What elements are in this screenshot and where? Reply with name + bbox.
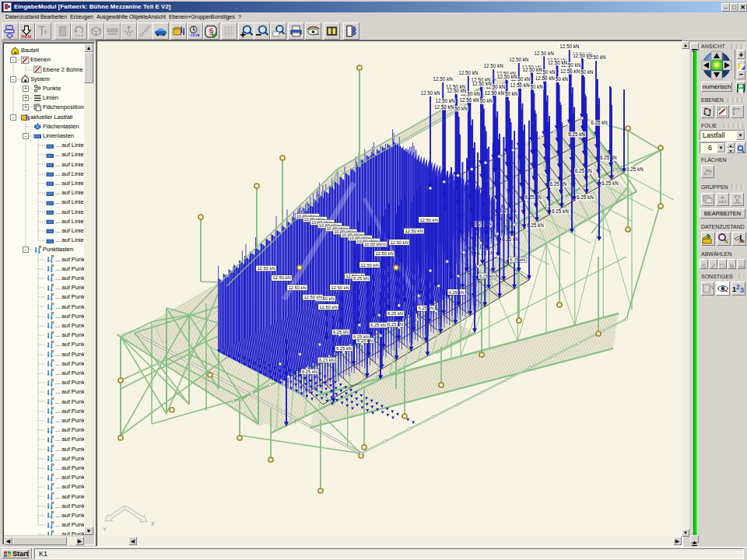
svg-text:12.50 kN: 12.50 kN	[303, 295, 321, 299]
svg-text:12.50 kN: 12.50 kN	[419, 218, 437, 222]
svg-text:12.50 kN: 12.50 kN	[319, 305, 337, 310]
svg-text:12.50 kN: 12.50 kN	[509, 57, 529, 62]
svg-text:6.25 kN: 6.25 kN	[388, 322, 403, 327]
svg-text:6.25 kN: 6.25 kN	[510, 257, 525, 262]
svg-text:10.00 kN/m: 10.00 kN/m	[364, 242, 387, 247]
svg-text:6.25 kN: 6.25 kN	[575, 168, 592, 173]
svg-text:12.50 kN: 12.50 kN	[510, 82, 530, 88]
svg-text:Y: Y	[103, 527, 107, 532]
svg-text:6.25 kN: 6.25 kN	[419, 306, 434, 310]
svg-text:12.50 kN: 12.50 kN	[535, 51, 555, 56]
svg-text:6.25 kN: 6.25 kN	[302, 369, 317, 374]
svg-text:12.50 kN: 12.50 kN	[420, 90, 440, 96]
svg-text:12.50 kN: 12.50 kN	[433, 76, 454, 82]
svg-text:6.25 kN: 6.25 kN	[550, 181, 567, 187]
svg-text:12.50 kN: 12.50 kN	[390, 240, 408, 245]
svg-text:6.25 kN: 6.25 kN	[591, 120, 608, 125]
svg-text:6.25 kN: 6.25 kN	[568, 131, 585, 137]
svg-text:neu: neu	[21, 33, 32, 39]
svg-text:12.50 kN: 12.50 kN	[272, 275, 290, 280]
svg-text:12.50 kN: 12.50 kN	[535, 75, 556, 81]
svg-text:6.25 kN: 6.25 kN	[552, 208, 569, 214]
svg-text:12.50 kN: 12.50 kN	[459, 97, 479, 103]
svg-text:12.50 kN: 12.50 kN	[485, 90, 505, 96]
svg-text:6.25 kN: 6.25 kN	[449, 290, 465, 295]
svg-text:12.50 kN: 12.50 kN	[559, 44, 580, 49]
svg-text:6.25 kN: 6.25 kN	[524, 194, 542, 200]
svg-text:6.25 kN: 6.25 kN	[626, 166, 644, 172]
svg-text:6.25 kN: 6.25 kN	[336, 346, 352, 351]
svg-text:12.50 kN: 12.50 kN	[435, 98, 455, 103]
svg-text:6.25 kN: 6.25 kN	[370, 323, 386, 327]
svg-text:12.50 kN: 12.50 kN	[405, 229, 423, 233]
svg-text:3: 3	[740, 286, 744, 294]
svg-text:12.50 kN: 12.50 kN	[522, 67, 542, 72]
svg-text:6.25 kN: 6.25 kN	[388, 311, 403, 316]
svg-text:6.25 kN: 6.25 kN	[479, 274, 495, 278]
svg-text:12.50 kN: 12.50 kN	[484, 63, 504, 68]
svg-text:12.50 kN: 12.50 kN	[560, 68, 580, 74]
svg-text:12.50 kN: 12.50 kN	[331, 285, 349, 290]
svg-text:6.25 kN: 6.25 kN	[333, 330, 349, 334]
svg-text:12.50 kN: 12.50 kN	[497, 74, 517, 79]
svg-text:6.25 kN: 6.25 kN	[600, 155, 617, 160]
svg-text:6.25 kN: 6.25 kN	[353, 276, 369, 281]
svg-text:alle: alle	[738, 264, 745, 269]
svg-text:12.50 kN: 12.50 kN	[257, 266, 275, 271]
svg-text:12.50 kN: 12.50 kN	[447, 88, 467, 93]
svg-text:12.50 kN: 12.50 kN	[573, 53, 593, 58]
svg-text:12.50 kN: 12.50 kN	[548, 60, 568, 65]
svg-text:12.50 kN: 12.50 kN	[434, 104, 454, 110]
svg-text:12.50 kN: 12.50 kN	[472, 81, 493, 86]
svg-text:12.50 kN: 12.50 kN	[288, 285, 306, 290]
svg-text:6.25 kN: 6.25 kN	[577, 194, 594, 200]
svg-text:12.50 kN: 12.50 kN	[360, 263, 378, 268]
svg-text:X: X	[151, 521, 155, 527]
svg-text:6.25 kN: 6.25 kN	[353, 334, 369, 339]
svg-text:6.25 kN: 6.25 kN	[601, 180, 619, 186]
svg-text:12.50 kN: 12.50 kN	[458, 70, 479, 75]
svg-text:12.50 kN: 12.50 kN	[375, 251, 393, 256]
